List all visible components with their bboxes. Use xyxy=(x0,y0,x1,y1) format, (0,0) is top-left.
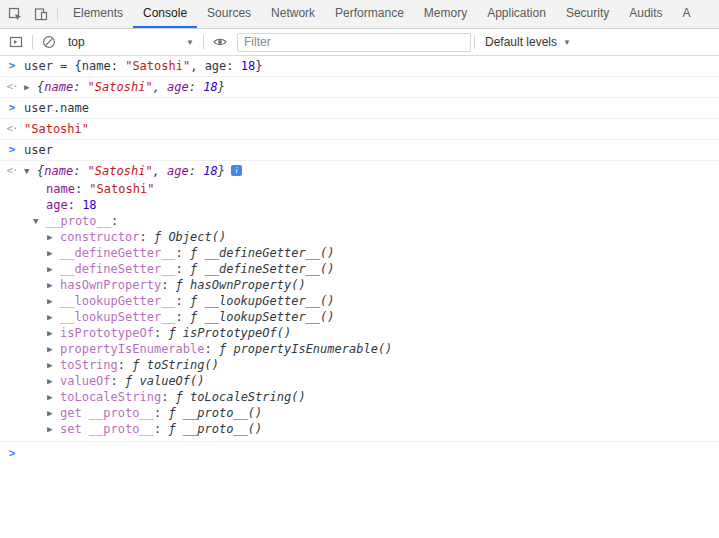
console-text: get __proto__: ƒ __proto__() xyxy=(60,405,262,421)
tab-console[interactable]: Console xyxy=(133,0,197,28)
filter-input[interactable] xyxy=(237,33,471,52)
console-text: __defineSetter__: ƒ __defineSetter__() xyxy=(60,261,335,277)
triangle-collapsed-icon[interactable]: ▶ xyxy=(47,421,60,437)
triangle-collapsed-icon[interactable]: ▶ xyxy=(47,309,60,325)
divider xyxy=(32,35,33,49)
panel-tabbar: ElementsConsoleSourcesNetworkPerformance… xyxy=(0,0,719,29)
triangle-collapsed-icon[interactable]: ▶ xyxy=(47,373,60,389)
console-result-row: <·"Satoshi" xyxy=(0,119,719,140)
triangle-collapsed-icon[interactable]: ▶ xyxy=(47,405,60,421)
proto-property-row: ▶hasOwnProperty: ƒ hasOwnProperty() xyxy=(0,277,719,293)
triangle-collapsed-icon[interactable]: ▶ xyxy=(24,79,37,95)
tab-security[interactable]: Security xyxy=(556,0,619,28)
chevron-down-icon: ▼ xyxy=(186,38,194,47)
proto-property-row: ▶toLocaleString: ƒ toLocaleString() xyxy=(0,389,719,405)
triangle-expanded-icon[interactable]: ▼ xyxy=(33,213,46,229)
console-text: toLocaleString: ƒ toLocaleString() xyxy=(60,389,306,405)
tab-a[interactable]: A xyxy=(673,0,701,28)
console-text: propertyIsEnumerable: ƒ propertyIsEnumer… xyxy=(60,341,392,357)
proto-property-row: ▶propertyIsEnumerable: ƒ propertyIsEnume… xyxy=(0,341,719,357)
command-chevron-icon: > xyxy=(0,100,24,116)
console-text: user xyxy=(24,142,53,158)
chevron-down-icon: ▼ xyxy=(563,38,571,47)
triangle-collapsed-icon[interactable]: ▶ xyxy=(47,229,60,245)
console-toolbar: top ▼ Default levels ▼ xyxy=(0,29,719,56)
divider xyxy=(57,7,58,21)
console-text: __lookupGetter__: ƒ __lookupGetter__() xyxy=(60,293,335,309)
console-command-row: >user xyxy=(0,140,719,161)
tabbar-icons xyxy=(0,0,63,28)
triangle-collapsed-icon[interactable]: ▶ xyxy=(47,261,60,277)
log-levels-dropdown[interactable]: Default levels ▼ xyxy=(478,35,578,49)
command-chevron-icon: > xyxy=(0,142,24,158)
proto-property-row: ▶get __proto__: ƒ __proto__() xyxy=(0,405,719,421)
console-text: __lookupSetter__: ƒ __lookupSetter__() xyxy=(60,309,335,325)
console-text: "Satoshi" xyxy=(24,121,89,137)
console-text: hasOwnProperty: ƒ hasOwnProperty() xyxy=(60,277,306,293)
console-result-row: <·▶{name: "Satoshi", age: 18} xyxy=(0,77,719,98)
frame-context-selector[interactable]: top ▼ xyxy=(62,35,200,49)
console-text: set __proto__: ƒ __proto__() xyxy=(60,421,262,437)
triangle-collapsed-icon[interactable]: ▶ xyxy=(47,245,60,261)
devtools-window: ElementsConsoleSourcesNetworkPerformance… xyxy=(0,0,719,463)
divider xyxy=(203,35,204,49)
divider xyxy=(474,35,475,49)
prompt-chevron-icon: > xyxy=(0,445,24,461)
console-sidebar-icon[interactable] xyxy=(3,29,29,55)
console-messages: >user = {name: "Satoshi", age: 18}<·▶{na… xyxy=(0,56,719,442)
console-command-row: >user.name xyxy=(0,98,719,119)
result-chevron-icon: <· xyxy=(0,121,24,137)
info-icon[interactable]: i xyxy=(231,165,242,176)
frame-context-value: top xyxy=(68,35,85,49)
property-row: ▼__proto__: xyxy=(0,213,719,229)
tab-memory[interactable]: Memory xyxy=(414,0,477,28)
panel-tabs: ElementsConsoleSourcesNetworkPerformance… xyxy=(63,0,719,28)
console-text: __proto__: xyxy=(46,213,118,229)
console-prompt: > xyxy=(0,442,719,463)
proto-property-row: ▶__lookupGetter__: ƒ __lookupGetter__() xyxy=(0,293,719,309)
console-text: {name: "Satoshi", age: 18} xyxy=(37,163,225,179)
console-text: __defineGetter__: ƒ __defineGetter__() xyxy=(60,245,335,261)
console-result-row: <·▼{name: "Satoshi", age: 18}i xyxy=(0,161,719,181)
console-text: valueOf: ƒ valueOf() xyxy=(60,373,205,389)
triangle-collapsed-icon[interactable]: ▶ xyxy=(47,341,60,357)
tab-network[interactable]: Network xyxy=(261,0,325,28)
tab-sources[interactable]: Sources xyxy=(197,0,261,28)
triangle-collapsed-icon[interactable]: ▶ xyxy=(47,389,60,405)
device-toolbar-icon[interactable] xyxy=(28,1,54,27)
result-chevron-icon: <· xyxy=(0,163,24,179)
proto-property-row: ▶__lookupSetter__: ƒ __lookupSetter__() xyxy=(0,309,719,325)
console-text: constructor: ƒ Object() xyxy=(60,229,226,245)
property-row: age: 18 xyxy=(0,197,719,213)
eye-icon[interactable] xyxy=(207,29,233,55)
result-chevron-icon: <· xyxy=(0,79,24,95)
triangle-collapsed-icon[interactable]: ▶ xyxy=(47,357,60,373)
inspect-icon[interactable] xyxy=(2,1,28,27)
triangle-expanded-icon[interactable]: ▼ xyxy=(24,163,37,179)
property-row: name: "Satoshi" xyxy=(0,181,719,197)
tab-audits[interactable]: Audits xyxy=(619,0,672,28)
console-command-row: >user = {name: "Satoshi", age: 18} xyxy=(0,56,719,77)
triangle-collapsed-icon[interactable]: ▶ xyxy=(47,325,60,341)
console-text: user.name xyxy=(24,100,89,116)
console-text: toString: ƒ toString() xyxy=(60,357,219,373)
tab-performance[interactable]: Performance xyxy=(325,0,414,28)
proto-property-row: ▶valueOf: ƒ valueOf() xyxy=(0,373,719,389)
console-text: user = {name: "Satoshi", age: 18} xyxy=(24,58,262,74)
proto-property-row: ▶__defineSetter__: ƒ __defineSetter__() xyxy=(0,261,719,277)
console-prompt-input[interactable] xyxy=(24,445,719,461)
triangle-collapsed-icon[interactable]: ▶ xyxy=(47,277,60,293)
proto-property-row: ▶set __proto__: ƒ __proto__() xyxy=(0,421,719,442)
proto-property-row: ▶__defineGetter__: ƒ __defineGetter__() xyxy=(0,245,719,261)
proto-property-row: ▶isPrototypeOf: ƒ isPrototypeOf() xyxy=(0,325,719,341)
clear-console-icon[interactable] xyxy=(36,29,62,55)
console-text: {name: "Satoshi", age: 18} xyxy=(37,79,225,95)
tab-elements[interactable]: Elements xyxy=(63,0,133,28)
proto-property-row: ▶constructor: ƒ Object() xyxy=(0,229,719,245)
tab-application[interactable]: Application xyxy=(477,0,556,28)
console-text: name: "Satoshi" xyxy=(46,181,154,197)
console-text: age: 18 xyxy=(46,197,97,213)
triangle-collapsed-icon[interactable]: ▶ xyxy=(47,293,60,309)
proto-property-row: ▶toString: ƒ toString() xyxy=(0,357,719,373)
console-text: isPrototypeOf: ƒ isPrototypeOf() xyxy=(60,325,291,341)
